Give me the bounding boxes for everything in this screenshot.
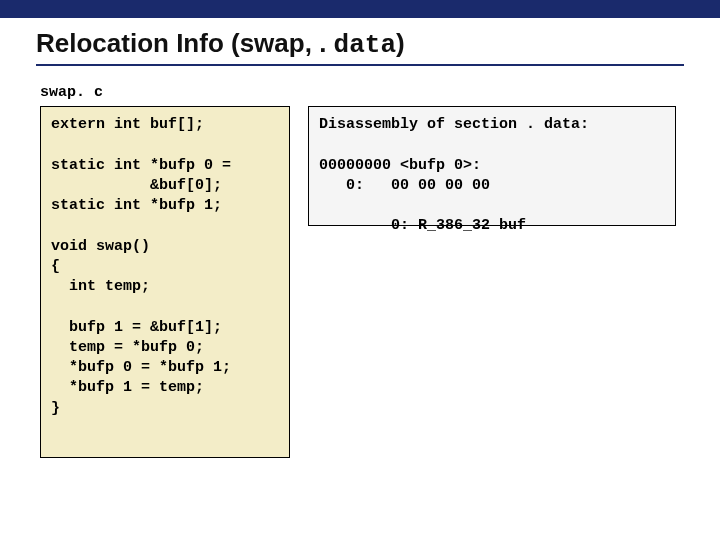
title-mono: data — [334, 30, 396, 60]
top-bar — [0, 0, 720, 18]
source-file-label: swap. c — [40, 84, 103, 101]
slide-title: Relocation Info (swap, . data) — [36, 28, 720, 60]
title-underline — [36, 64, 684, 66]
disassembly-box: Disassembly of section . data: 00000000 … — [308, 106, 676, 226]
title-suffix: ) — [396, 28, 405, 58]
source-code-box: extern int buf[]; static int *bufp 0 = &… — [40, 106, 290, 458]
title-prefix: Relocation Info (swap, . — [36, 28, 334, 58]
